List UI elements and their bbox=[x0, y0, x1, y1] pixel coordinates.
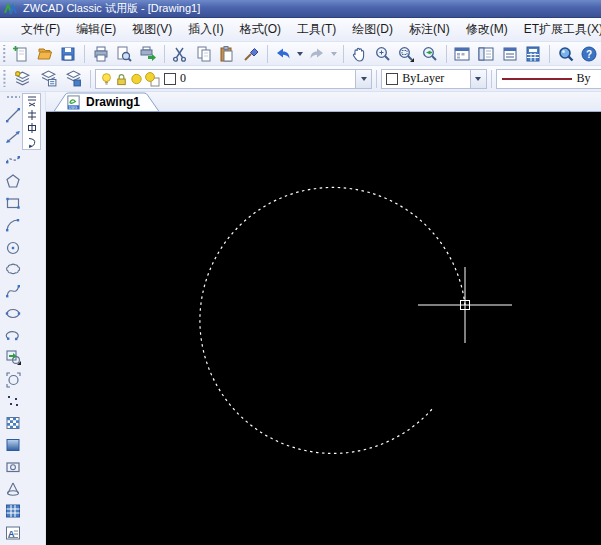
standard-toolbar-grip[interactable] bbox=[2, 45, 6, 61]
layer-combo-dropdown[interactable] bbox=[355, 70, 371, 88]
hatch-button[interactable] bbox=[1, 412, 25, 434]
zwcad-logo-icon bbox=[4, 2, 18, 16]
spline-button[interactable] bbox=[1, 280, 25, 302]
table-button[interactable] bbox=[1, 500, 25, 522]
layer-translator-button[interactable] bbox=[62, 68, 85, 90]
new-icon bbox=[12, 45, 30, 63]
undo-button[interactable] bbox=[273, 43, 295, 65]
menu-insert[interactable]: 插入(I) bbox=[180, 18, 231, 41]
revision-cloud-button[interactable] bbox=[1, 258, 25, 280]
dwg-file-icon: DWG bbox=[66, 95, 81, 110]
print-button[interactable] bbox=[90, 43, 112, 65]
spline-icon bbox=[4, 282, 22, 300]
menu-format[interactable]: 格式(O) bbox=[232, 18, 289, 41]
redo-dropdown-caret[interactable] bbox=[331, 52, 337, 56]
snap-curve-button[interactable] bbox=[24, 136, 40, 148]
make-block-button[interactable] bbox=[1, 368, 25, 390]
designcenter-button[interactable] bbox=[452, 43, 474, 65]
menu-dimension[interactable]: 标注(N) bbox=[401, 18, 458, 41]
layer-thaw-sun-icon bbox=[129, 71, 144, 87]
layer-bulb-on-icon bbox=[99, 71, 114, 87]
cut-button[interactable] bbox=[170, 43, 192, 65]
linetype-combo[interactable]: By bbox=[496, 69, 601, 89]
copy-button[interactable] bbox=[193, 43, 215, 65]
zoom-realtime-button[interactable] bbox=[372, 43, 394, 65]
selected-circle-arc bbox=[200, 187, 465, 453]
cut-icon bbox=[171, 45, 189, 63]
undo-dropdown-caret[interactable] bbox=[297, 52, 303, 56]
tool-palettes-button[interactable] bbox=[499, 43, 521, 65]
insert-block-icon bbox=[4, 348, 22, 366]
zoom-window-button[interactable] bbox=[396, 43, 418, 65]
draw-toolbar-grip[interactable] bbox=[6, 95, 20, 100]
menu-file[interactable]: 文件(F) bbox=[13, 18, 68, 41]
snap-curve-icon bbox=[26, 136, 38, 148]
table-icon bbox=[4, 502, 22, 520]
copy-icon bbox=[195, 45, 213, 63]
menu-tools[interactable]: 工具(T) bbox=[289, 18, 344, 41]
snap-box-icon bbox=[26, 122, 38, 134]
zoom-previous-button[interactable] bbox=[419, 43, 441, 65]
point-button[interactable] bbox=[1, 390, 25, 412]
layer-combo[interactable]: 0 bbox=[95, 69, 372, 89]
print-preview-icon bbox=[115, 45, 133, 63]
save-icon bbox=[59, 45, 77, 63]
ellipse-arc-icon bbox=[4, 326, 22, 344]
make-block-icon bbox=[4, 370, 22, 388]
menu-et-extended-tools[interactable]: ET扩展工具(X) bbox=[516, 18, 601, 41]
color-combo[interactable]: ByLayer bbox=[381, 69, 486, 89]
pan-button[interactable] bbox=[349, 43, 371, 65]
snap-marker-button[interactable] bbox=[24, 95, 40, 107]
draw-toolbar: A bbox=[0, 92, 46, 545]
construction-line-icon bbox=[4, 128, 22, 146]
help-icon: ? bbox=[580, 45, 598, 63]
insert-block-button[interactable] bbox=[1, 346, 25, 368]
gradient-button[interactable] bbox=[1, 434, 25, 456]
color-combo-dropdown[interactable] bbox=[470, 70, 486, 88]
plot-button[interactable] bbox=[137, 43, 159, 65]
quickcalc-button[interactable] bbox=[522, 43, 544, 65]
zoom-previous-icon bbox=[421, 45, 439, 63]
ellipse-arc-button[interactable] bbox=[1, 324, 25, 346]
help-button[interactable]: ? bbox=[578, 43, 600, 65]
color-combo-value: ByLayer bbox=[402, 71, 444, 86]
open-button[interactable] bbox=[34, 43, 56, 65]
paste-button[interactable] bbox=[217, 43, 239, 65]
drawing-canvas[interactable] bbox=[46, 112, 601, 545]
new-button[interactable] bbox=[10, 43, 32, 65]
redo-button[interactable] bbox=[306, 43, 328, 65]
tab-drawing1[interactable]: DWG Drawing1 bbox=[52, 92, 162, 112]
mtext-button[interactable]: A bbox=[1, 522, 25, 544]
layer-properties-button[interactable] bbox=[11, 68, 34, 90]
layers-toolbar-grip[interactable] bbox=[2, 70, 7, 88]
save-button[interactable] bbox=[58, 43, 80, 65]
menu-modify[interactable]: 修改(M) bbox=[458, 18, 516, 41]
linetype-combo-value: By bbox=[577, 71, 591, 86]
snap-cross-button[interactable] bbox=[24, 109, 40, 121]
rectangle-button[interactable] bbox=[1, 192, 25, 214]
properties-button[interactable] bbox=[475, 43, 497, 65]
layer-properties-icon bbox=[13, 69, 32, 88]
snap-box-button[interactable] bbox=[24, 122, 40, 134]
polygon-button[interactable] bbox=[1, 170, 25, 192]
properties-icon bbox=[477, 45, 495, 63]
gradient-icon bbox=[4, 436, 22, 454]
polyline-button[interactable] bbox=[1, 148, 25, 170]
region-button[interactable] bbox=[1, 456, 25, 478]
print-preview-button[interactable] bbox=[114, 43, 136, 65]
arc-button[interactable] bbox=[1, 214, 25, 236]
line-icon bbox=[4, 106, 22, 124]
window-title: ZWCAD Classic 试用版 - [Drawing1] bbox=[23, 1, 200, 16]
menu-view[interactable]: 视图(V) bbox=[124, 18, 180, 41]
find-button[interactable] bbox=[555, 43, 577, 65]
menu-edit[interactable]: 编辑(E) bbox=[68, 18, 124, 41]
match-properties-icon bbox=[242, 45, 260, 63]
polygon-icon bbox=[4, 172, 22, 190]
layer-states-button[interactable] bbox=[36, 68, 59, 90]
match-properties-button[interactable] bbox=[240, 43, 262, 65]
hatch-icon bbox=[4, 414, 22, 432]
circle-button[interactable] bbox=[1, 236, 25, 258]
menu-draw[interactable]: 绘图(D) bbox=[344, 18, 401, 41]
ellipse-button[interactable] bbox=[1, 302, 25, 324]
boundary-button[interactable] bbox=[1, 478, 25, 500]
